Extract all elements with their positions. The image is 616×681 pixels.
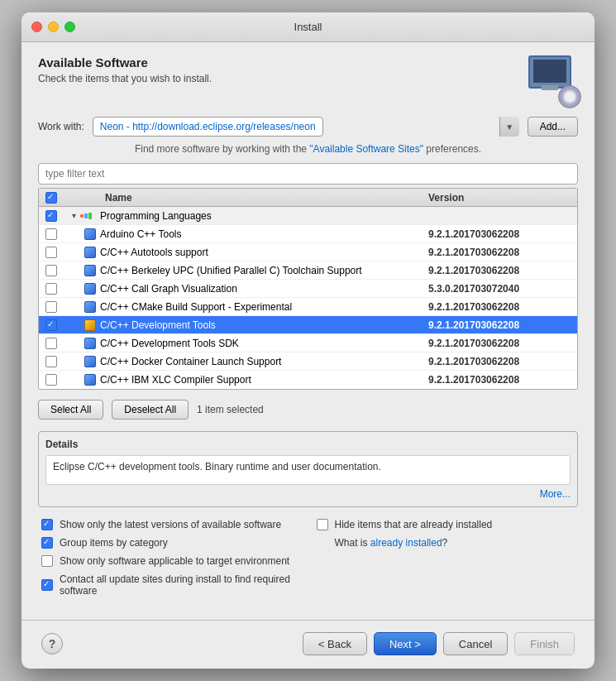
pkg-icon [84,373,97,386]
header-section: Available Software Check the items that … [38,55,578,105]
devtools-sdk-checkbox[interactable] [45,338,57,349]
row-version: 9.2.1.201703062208 [428,301,577,313]
col-name-header: Name [64,192,428,204]
bar1-icon [80,214,84,218]
options-grid: Show only the latest versions of availab… [41,519,575,603]
pkg-icon [84,300,97,314]
add-button[interactable]: Add... [528,117,578,137]
what-is-text: What is already installed? [335,537,448,549]
table-row[interactable]: ▾ Programming Languages [39,207,577,225]
callgraph-checkbox[interactable] [45,283,57,295]
select-all-checkbox[interactable] [45,192,57,204]
row-name: C/C++ Development Tools [100,319,428,331]
options-left: Show only the latest versions of availab… [41,519,300,603]
work-with-select[interactable]: Neon - http://download.eclipse.org/relea… [93,117,323,137]
find-more-suffix: preferences. [423,143,481,155]
target-env-label: Show only software applicable to target … [60,555,289,567]
table-row[interactable]: C/C++ CMake Build Support - Experimental… [39,298,577,316]
devtools-checkbox[interactable] [45,319,57,331]
table-row[interactable]: C/C++ Autotools support 9.2.1.2017030622… [39,243,577,261]
cmake-checkbox[interactable] [45,301,57,313]
row-checkbox-col [39,265,64,276]
minimize-button[interactable] [48,22,59,32]
pkg-icon [84,264,97,277]
group-category-checkbox[interactable] [41,537,53,549]
options-right: Hide items that are already installed Wh… [317,519,575,603]
option-group-category: Group items by category [41,537,300,549]
page-title: Available Software [38,55,212,70]
row-checkbox-col [39,338,64,349]
work-with-select-wrapper: Neon - http://download.eclipse.org/relea… [93,117,519,137]
pkg-icon [84,337,97,350]
cancel-button[interactable]: Cancel [443,632,508,655]
main-content: Available Software Check the items that … [21,42,595,669]
more-link[interactable]: More... [540,488,571,500]
next-button[interactable]: Next > [374,632,437,655]
table-row[interactable]: C/C++ Call Graph Visualization 5.3.0.201… [39,280,577,298]
table-row[interactable]: C/C++ Development Tools 9.2.1.2017030622… [39,316,577,334]
close-button[interactable] [31,22,42,32]
table-row[interactable]: C/C++ Development Tools SDK 9.2.1.201703… [39,334,577,352]
table-row[interactable]: Arduino C++ Tools 9.2.1.201703062208 [39,225,577,243]
row-version: 9.2.1.201703062208 [428,319,577,331]
group-checkbox[interactable] [45,210,57,222]
monitor-icon [528,55,571,89]
row-version: 9.2.1.201703062208 [428,228,577,240]
footer-divider [21,620,595,621]
xlc-checkbox[interactable] [45,374,57,386]
autotools-checkbox[interactable] [45,247,57,258]
docker-checkbox[interactable] [45,356,57,367]
hide-installed-label: Hide items that are already installed [335,519,493,530]
row-name: C/C++ Docker Container Launch Support [100,356,428,367]
collapse-icon[interactable]: ▾ [67,209,80,223]
option-show-latest: Show only the latest versions of availab… [41,519,300,530]
details-title: Details [45,439,571,450]
header-text: Available Software Check the items that … [38,55,212,84]
chevron-down-icon: ▼ [499,117,519,137]
row-version: 9.2.1.201703062208 [428,247,577,258]
monitor-stand-icon [542,85,558,90]
header-checkbox-col [39,192,64,204]
group-category-label: Group items by category [60,537,168,549]
row-checkbox-col [39,319,64,331]
titlebar-buttons [31,22,75,32]
table-row[interactable]: C/C++ IBM XLC Compiler Support 9.2.1.201… [39,371,577,389]
what-is-installed-row: What is already installed? [335,537,575,549]
already-installed-link[interactable]: already installed [370,537,442,549]
deselect-all-button[interactable]: Deselect All [112,400,189,420]
details-section: Details Eclipse C/C++ development tools.… [38,431,578,507]
row-checkbox-col [39,228,64,240]
pkg-icon [84,355,97,368]
target-env-checkbox[interactable] [41,555,53,567]
berkeley-checkbox[interactable] [45,265,57,276]
hide-installed-checkbox[interactable] [317,519,328,530]
show-latest-checkbox[interactable] [41,519,53,530]
install-window: Install Available Software Check the ite… [21,12,595,669]
cd-icon [558,85,581,108]
select-all-button[interactable]: Select All [38,400,103,420]
table-header: Name Version [39,189,577,207]
find-more-text: Find more software by working with the "… [38,143,578,155]
col-version-header: Version [428,192,577,204]
work-with-row: Work with: Neon - http://download.eclips… [38,117,578,137]
contact-sites-checkbox[interactable] [41,579,53,591]
table-row[interactable]: C/C++ Berkeley UPC (Unified Parallel C) … [39,261,577,280]
arduino-checkbox[interactable] [45,228,57,240]
help-button[interactable]: ? [41,633,63,655]
finish-button[interactable]: Finish [514,632,575,655]
selection-buttons: Select All Deselect All 1 item selected [38,400,578,420]
row-name: Arduino C++ Tools [100,228,428,240]
maximize-button[interactable] [64,22,75,32]
group-checkbox-col [39,210,64,222]
item-count: 1 item selected [197,404,264,415]
filter-input[interactable] [38,163,578,185]
row-checkbox-col [39,356,64,367]
header-icon [528,55,578,105]
available-sites-link[interactable]: "Available Software Sites" [309,143,423,155]
table-row[interactable]: C/C++ Docker Container Launch Support 9.… [39,352,577,371]
footer-buttons: ? < Back Next > Cancel Finish [38,632,578,655]
back-button[interactable]: < Back [303,632,367,655]
row-name: C/C++ Autotools support [100,247,428,258]
group-name: Programming Languages [100,210,428,222]
page-subtitle: Check the items that you wish to install… [38,73,212,84]
